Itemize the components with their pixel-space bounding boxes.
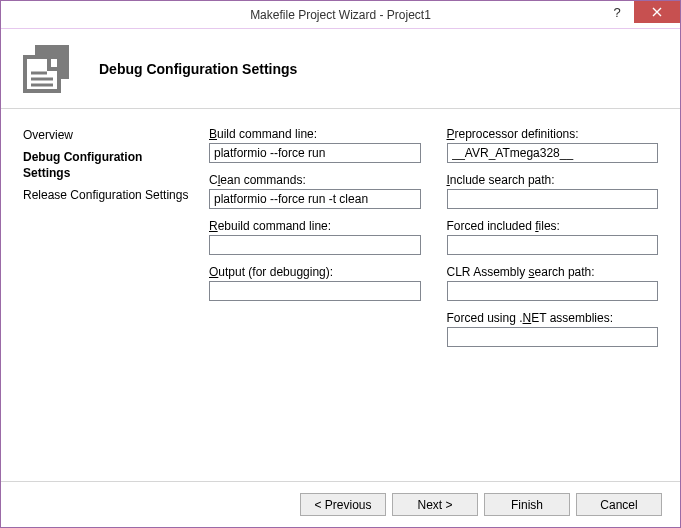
field-include-path: Include search path:	[447, 173, 659, 209]
window-title: Makefile Project Wizard - Project1	[1, 8, 680, 22]
input-forced-files[interactable]	[447, 235, 659, 255]
next-button[interactable]: Next >	[392, 493, 478, 516]
input-rebuild-cmd[interactable]	[209, 235, 421, 255]
input-build-cmd[interactable]	[209, 143, 421, 163]
input-clr-path[interactable]	[447, 281, 659, 301]
label-output: Output (for debugging):	[209, 265, 421, 279]
header-band: Debug Configuration Settings	[1, 29, 680, 109]
help-icon: ?	[613, 5, 620, 20]
wizard-window: Makefile Project Wizard - Project1 ? Deb…	[0, 0, 681, 528]
label-clean-cmd: Clean commands:	[209, 173, 421, 187]
field-output: Output (for debugging):	[209, 265, 421, 301]
page-title: Debug Configuration Settings	[99, 61, 297, 77]
field-forced-files: Forced included files:	[447, 219, 659, 255]
nav-sidebar: Overview Debug Configuration Settings Re…	[23, 127, 191, 481]
input-output[interactable]	[209, 281, 421, 301]
form-area: Build command line: Clean commands: Rebu…	[209, 127, 658, 481]
finish-button[interactable]: Finish	[484, 493, 570, 516]
label-build-cmd: Build command line:	[209, 127, 421, 141]
close-icon	[652, 7, 662, 17]
previous-button[interactable]: < Previous	[300, 493, 386, 516]
form-col-left: Build command line: Clean commands: Rebu…	[209, 127, 421, 481]
nav-item-release-config[interactable]: Release Configuration Settings	[23, 187, 191, 203]
help-button[interactable]: ?	[600, 1, 634, 23]
cancel-button[interactable]: Cancel	[576, 493, 662, 516]
nav-item-overview[interactable]: Overview	[23, 127, 191, 143]
field-clr-path: CLR Assembly search path:	[447, 265, 659, 301]
label-rebuild-cmd: Rebuild command line:	[209, 219, 421, 233]
label-forced-files: Forced included files:	[447, 219, 659, 233]
field-build-cmd: Build command line:	[209, 127, 421, 163]
label-forced-net: Forced using .NET assemblies:	[447, 311, 659, 325]
field-forced-net: Forced using .NET assemblies:	[447, 311, 659, 347]
body: Overview Debug Configuration Settings Re…	[1, 109, 680, 481]
label-include-path: Include search path:	[447, 173, 659, 187]
footer: < Previous Next > Finish Cancel	[1, 481, 680, 527]
input-preproc[interactable]	[447, 143, 659, 163]
close-button[interactable]	[634, 1, 680, 23]
input-clean-cmd[interactable]	[209, 189, 421, 209]
label-preproc: Preprocessor definitions:	[447, 127, 659, 141]
title-bar: Makefile Project Wizard - Project1 ?	[1, 1, 680, 29]
nav-item-debug-config[interactable]: Debug Configuration Settings	[23, 149, 191, 181]
label-clr-path: CLR Assembly search path:	[447, 265, 659, 279]
field-preproc: Preprocessor definitions:	[447, 127, 659, 163]
field-clean-cmd: Clean commands:	[209, 173, 421, 209]
titlebar-buttons: ?	[600, 1, 680, 28]
field-rebuild-cmd: Rebuild command line:	[209, 219, 421, 255]
page-icon	[21, 43, 73, 95]
form-col-right: Preprocessor definitions: Include search…	[447, 127, 659, 481]
input-include-path[interactable]	[447, 189, 659, 209]
input-forced-net[interactable]	[447, 327, 659, 347]
